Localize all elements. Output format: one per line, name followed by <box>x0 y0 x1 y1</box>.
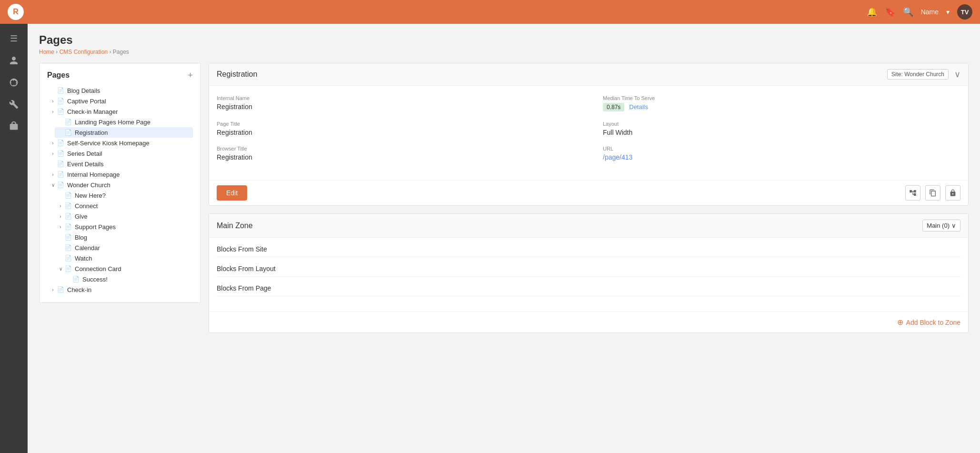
sidebar-person-icon[interactable] <box>4 50 24 70</box>
footer-icons <box>905 185 960 201</box>
breadcrumb-home[interactable]: Home <box>39 49 54 55</box>
tree-item-landing-pages[interactable]: 📄 Landing Pages Home Page <box>55 117 193 127</box>
bookmark-icon[interactable]: 🔖 <box>885 7 895 17</box>
reg-card-chevron[interactable]: ∨ <box>954 69 960 80</box>
tree-label: Event Details <box>67 161 193 168</box>
tree-item-success[interactable]: 📄 Success! <box>62 274 193 284</box>
sidebar-wrench-icon[interactable] <box>4 94 24 114</box>
tree-label: Wonder Church <box>67 181 193 189</box>
details-link[interactable]: Details <box>629 103 648 111</box>
tree-item-registration[interactable]: 📄 Registration <box>55 127 193 138</box>
page-icon: 📄 <box>64 223 72 231</box>
registration-card: Registration Site: Wonder Church ∨ Inter… <box>209 63 969 206</box>
breadcrumb-sep2: › <box>109 49 112 55</box>
tree-item-self-service[interactable]: › 📄 Self-Service Kiosk Homepage <box>47 138 193 148</box>
zone-section-blocks-from-layout: Blocks From Layout <box>217 265 960 277</box>
breadcrumb-cms[interactable]: CMS Configuration <box>60 49 108 55</box>
toggle-placeholder <box>57 129 64 136</box>
user-chevron[interactable]: ▾ <box>946 8 950 16</box>
toggle-expand: › <box>49 97 57 105</box>
tree-item-wonder-church[interactable]: ∨ 📄 Wonder Church <box>47 180 193 190</box>
pages-panel-header: Pages + <box>47 71 193 80</box>
tree-label: Support Pages <box>75 223 193 231</box>
add-page-button[interactable]: + <box>188 71 193 80</box>
tree-label: Internal Homepage <box>67 171 193 178</box>
field-page-title: Page Title Registration <box>217 121 574 136</box>
field-label: Internal Name <box>217 95 574 101</box>
breadcrumb: Home › CMS Configuration › Pages <box>39 49 969 55</box>
toggle-placeholder <box>57 233 64 241</box>
lock-icon-button[interactable] <box>945 185 960 201</box>
tree-item-connect[interactable]: › 📄 Connect <box>55 201 193 211</box>
url-link[interactable]: /page/413 <box>603 153 632 161</box>
avatar[interactable]: TV <box>957 4 972 20</box>
page-icon: 📄 <box>64 212 72 220</box>
field-url: URL /page/413 <box>603 146 960 161</box>
tree-item-blog[interactable]: 📄 Blog <box>55 232 193 242</box>
toggle-expand: › <box>49 108 57 115</box>
hierarchy-icon-button[interactable] <box>905 185 920 201</box>
zone-footer: ⊕ Add Block to Zone <box>209 312 968 332</box>
breadcrumb-current: Pages <box>113 49 129 55</box>
tree-item-blog-details[interactable]: 📄 Blog Details <box>47 85 193 96</box>
wonder-church-children: 📄 New Here? › 📄 Connect › 📄 Give › <box>47 190 193 284</box>
notification-icon[interactable]: 🔔 <box>867 7 877 17</box>
toggle-placeholder <box>64 275 72 283</box>
tree-item-support-pages[interactable]: › 📄 Support Pages <box>55 221 193 232</box>
tree-item-give[interactable]: › 📄 Give <box>55 211 193 221</box>
tree-item-captive-portal[interactable]: › 📄 Captive Portal <box>47 96 193 106</box>
toggle-expand: › <box>57 202 64 210</box>
sidebar-briefcase-icon[interactable] <box>4 116 24 136</box>
toggle-expand: › <box>49 286 57 293</box>
toggle-expand: › <box>57 212 64 220</box>
tree-item-watch[interactable]: 📄 Watch <box>55 253 193 263</box>
tree-label: Connect <box>75 202 193 210</box>
pages-panel-title: Pages <box>47 71 70 80</box>
nav-left: R <box>8 4 24 20</box>
field-value: Full Width <box>603 129 960 136</box>
add-block-button[interactable]: ⊕ Add Block to Zone <box>897 318 960 327</box>
add-block-label: Add Block to Zone <box>906 319 960 326</box>
tree-item-new-here[interactable]: 📄 New Here? <box>55 190 193 201</box>
toggle-collapse: ∨ <box>49 181 57 189</box>
tree-item-series-detail[interactable]: › 📄 Series Detail <box>47 148 193 159</box>
tree-item-calendar[interactable]: 📄 Calendar <box>55 242 193 253</box>
reg-card-title: Registration <box>217 70 257 79</box>
zone-section-blocks-from-page: Blocks From Page <box>217 284 960 296</box>
tree-label: Give <box>75 213 193 220</box>
field-median-time: Median Time To Serve 0.87s Details <box>603 95 960 111</box>
field-value: Registration <box>217 129 574 136</box>
page-icon: 📄 <box>64 191 72 199</box>
reg-card-body: Internal Name Registration Median Time T… <box>209 86 968 180</box>
zone-dropdown[interactable]: Main (0) ∨ <box>922 220 960 232</box>
edit-button[interactable]: Edit <box>217 185 247 201</box>
user-name[interactable]: Name <box>921 8 939 16</box>
page-icon: 📄 <box>64 202 72 210</box>
copy-icon-button[interactable] <box>925 185 940 201</box>
sidebar-menu-icon[interactable]: ☰ <box>4 29 24 49</box>
logo[interactable]: R <box>8 4 24 20</box>
page-icon: 📄 <box>57 181 64 189</box>
tree-label: Series Detail <box>67 150 193 157</box>
zone-dropdown-chevron: ∨ <box>951 222 956 229</box>
sidebar-dollar-icon[interactable] <box>4 72 24 92</box>
tree-item-internal-homepage[interactable]: › 📄 Internal Homepage <box>47 169 193 180</box>
page-icon: 📄 <box>57 108 64 115</box>
field-value: 0.87s Details <box>603 103 960 111</box>
page-icon: 📄 <box>57 171 64 178</box>
tree-label: Check-in Manager <box>67 108 193 115</box>
toggle-expand: › <box>49 171 57 178</box>
field-value: Registration <box>217 153 574 161</box>
reg-card-site: Site: Wonder Church <box>887 69 949 80</box>
tree-item-check-in[interactable]: › 📄 Check-in <box>47 284 193 295</box>
tree-item-check-in-manager[interactable]: › 📄 Check-in Manager <box>47 106 193 117</box>
toggle-expand: › <box>57 223 64 231</box>
nav-right: 🔔 🔖 🔍 Name ▾ TV <box>867 4 972 20</box>
page-header: Pages Home › CMS Configuration › Pages <box>39 33 969 55</box>
tree-item-connection-card[interactable]: ∨ 📄 Connection Card <box>55 263 193 274</box>
field-layout: Layout Full Width <box>603 121 960 136</box>
field-label: Layout <box>603 121 960 127</box>
search-icon[interactable]: 🔍 <box>903 7 913 17</box>
tree-label: Watch <box>75 255 193 262</box>
tree-item-event-details[interactable]: 📄 Event Details <box>47 159 193 169</box>
